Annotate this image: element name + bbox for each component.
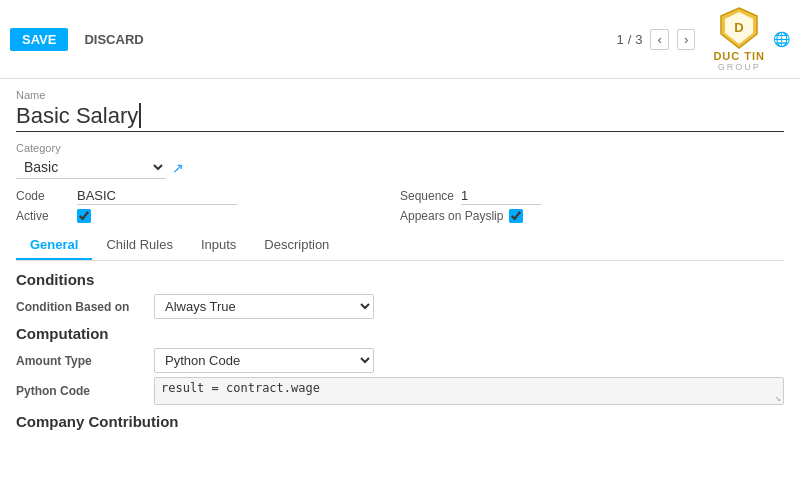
python-code-value: result = contract.wage ↘ xyxy=(154,377,784,405)
code-field-group: Code xyxy=(16,187,400,205)
toolbar: SAVE DISCARD 1 / 3 ‹ › D DUC TIN GROUP 🌐 xyxy=(0,0,800,79)
tab-inputs[interactable]: Inputs xyxy=(187,231,250,260)
amount-type-value: Python Code xyxy=(154,348,784,373)
condition-based-on-field: Condition Based on Always True xyxy=(16,294,784,319)
logo-area: D DUC TIN GROUP xyxy=(713,6,765,72)
globe-icon[interactable]: 🌐 xyxy=(773,31,790,47)
sequence-field-group: Sequence xyxy=(400,187,784,205)
condition-based-on-select[interactable]: Always True xyxy=(154,294,374,319)
tabs: General Child Rules Inputs Description xyxy=(16,231,784,261)
discard-button[interactable]: DISCARD xyxy=(72,28,155,51)
tab-child-rules[interactable]: Child Rules xyxy=(92,231,186,260)
computation-section: Computation Amount Type Python Code Pyth… xyxy=(16,325,784,405)
computation-title: Computation xyxy=(16,325,784,342)
save-button[interactable]: SAVE xyxy=(10,28,68,51)
category-row: Basic ↗ xyxy=(16,156,784,179)
active-label: Active xyxy=(16,209,71,223)
svg-text:D: D xyxy=(734,20,743,35)
appears-on-payslip-checkbox[interactable] xyxy=(509,209,523,223)
category-select[interactable]: Basic xyxy=(16,156,166,179)
conditions-title: Conditions xyxy=(16,271,784,288)
amount-type-select[interactable]: Python Code xyxy=(154,348,374,373)
python-code-box[interactable]: result = contract.wage ↘ xyxy=(154,377,784,405)
sequence-label: Sequence xyxy=(400,189,455,203)
company-contribution-section: Company Contribution xyxy=(16,413,784,430)
category-label: Category xyxy=(16,142,784,154)
pagination-total: 3 xyxy=(635,32,642,47)
name-label: Name xyxy=(16,89,784,101)
logo-sub: GROUP xyxy=(718,62,761,72)
resize-indicator: ↘ xyxy=(775,392,781,403)
pagination-current: 1 xyxy=(616,32,623,47)
pagination-area: 1 / 3 ‹ › D DUC TIN GROUP 🌐 xyxy=(616,6,790,72)
pagination: 1 / 3 xyxy=(616,32,642,47)
python-code-label: Python Code xyxy=(16,384,146,398)
logo-name: DUC TIN xyxy=(713,50,765,62)
pagination-prev-button[interactable]: ‹ xyxy=(650,29,668,50)
category-external-link-icon[interactable]: ↗ xyxy=(172,160,184,176)
fields-grid: Code Sequence Active Appears on Payslip xyxy=(16,187,784,223)
logo-shield-icon: D xyxy=(717,6,761,50)
pagination-next-button[interactable]: › xyxy=(677,29,695,50)
pagination-separator: / xyxy=(628,32,632,47)
main-content: Name Basic Salary Category Basic ↗ Code … xyxy=(0,79,800,430)
python-code-text: result = contract.wage xyxy=(161,381,320,395)
active-field-group: Active xyxy=(16,209,400,223)
condition-based-on-label: Condition Based on xyxy=(16,300,146,314)
condition-based-on-value: Always True xyxy=(154,294,784,319)
company-contribution-title: Company Contribution xyxy=(16,413,784,430)
appears-on-payslip-field-group: Appears on Payslip xyxy=(400,209,784,223)
name-value: Basic Salary xyxy=(16,103,784,132)
conditions-section: Conditions Condition Based on Always Tru… xyxy=(16,271,784,319)
amount-type-label: Amount Type xyxy=(16,354,146,368)
appears-on-payslip-label: Appears on Payslip xyxy=(400,209,503,223)
code-label: Code xyxy=(16,189,71,203)
sequence-input[interactable] xyxy=(461,187,541,205)
active-checkbox[interactable] xyxy=(77,209,91,223)
amount-type-field: Amount Type Python Code xyxy=(16,348,784,373)
python-code-field: Python Code result = contract.wage ↘ xyxy=(16,377,784,405)
tab-general[interactable]: General xyxy=(16,231,92,260)
code-input[interactable] xyxy=(77,187,237,205)
name-text: Basic Salary xyxy=(16,103,138,128)
tab-description[interactable]: Description xyxy=(250,231,343,260)
